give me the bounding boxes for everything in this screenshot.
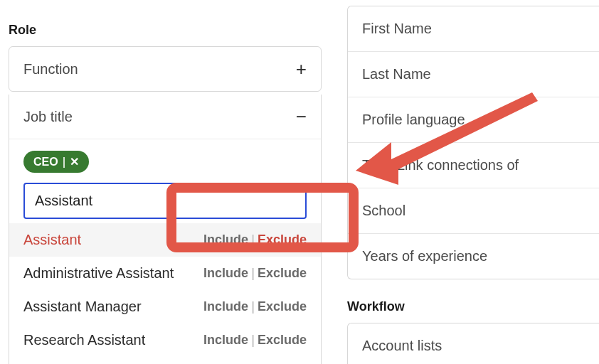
filter-item[interactable]: Years of experience [348, 234, 599, 279]
chip-separator: | [63, 156, 65, 168]
suggestion-title: Research Assistant [23, 332, 145, 348]
include-button[interactable]: Include [203, 232, 248, 247]
role-section-label: Role [9, 23, 322, 38]
suggestion-title: Assistant [23, 232, 81, 248]
chip-ceo-label: CEO [33, 156, 58, 168]
suggestion-list: AssistantInclude|ExcludeAdministrative A… [9, 223, 321, 364]
suggestion-title: Assistant Manager [23, 299, 142, 315]
filter-item[interactable]: Profile language [348, 97, 599, 143]
filter-item[interactable]: TeamLink connections of [348, 143, 599, 188]
function-label: Function [23, 61, 78, 77]
close-icon[interactable]: ✕ [70, 155, 79, 168]
filter-list-workflow: Account lists [347, 323, 599, 364]
jobtitle-header[interactable]: Job title − [9, 95, 321, 139]
filter-item[interactable]: Account lists [348, 323, 599, 364]
action-separator: | [251, 299, 255, 314]
suggestion-actions: Include|Exclude [203, 333, 307, 348]
function-filter[interactable]: Function + [9, 46, 322, 92]
action-separator: | [251, 266, 255, 280]
suggestion-item[interactable]: Administrative AssistantInclude|Exclude [9, 257, 321, 290]
include-button[interactable]: Include [203, 299, 248, 314]
workflow-section-label: Workflow [347, 299, 599, 314]
suggestion-title: Administrative Assistant [23, 265, 174, 282]
filter-item[interactable]: School [348, 188, 599, 234]
suggestion-item[interactable]: Executive AssistantInclude|Exclude [9, 357, 321, 364]
filter-item[interactable]: First Name [348, 6, 599, 52]
jobtitle-search-input[interactable] [23, 183, 307, 219]
exclude-button[interactable]: Exclude [258, 232, 307, 247]
suggestion-actions: Include|Exclude [203, 266, 307, 281]
suggestion-item[interactable]: Assistant ManagerInclude|Exclude [9, 290, 321, 323]
suggestion-actions: Include|Exclude [203, 232, 307, 247]
action-separator: | [251, 232, 255, 247]
jobtitle-label: Job title [23, 109, 73, 125]
filter-item[interactable]: Last Name [348, 52, 599, 97]
suggestion-item[interactable]: Research AssistantInclude|Exclude [9, 323, 321, 357]
action-separator: | [251, 333, 255, 347]
suggestion-actions: Include|Exclude [203, 299, 307, 314]
include-button[interactable]: Include [203, 333, 248, 347]
suggestion-item[interactable]: AssistantInclude|Exclude [9, 223, 321, 257]
minus-icon: − [296, 107, 307, 126]
jobtitle-filter: Job title − CEO | ✕ AssistantInclude|Exc… [9, 95, 322, 364]
chip-ceo[interactable]: CEO | ✕ [23, 151, 89, 173]
exclude-button[interactable]: Exclude [258, 299, 307, 314]
plus-icon: + [296, 60, 307, 78]
exclude-button[interactable]: Exclude [258, 266, 307, 280]
exclude-button[interactable]: Exclude [258, 333, 307, 347]
include-button[interactable]: Include [203, 266, 248, 280]
filter-list-personal: First NameLast NameProfile languageTeamL… [347, 6, 599, 279]
